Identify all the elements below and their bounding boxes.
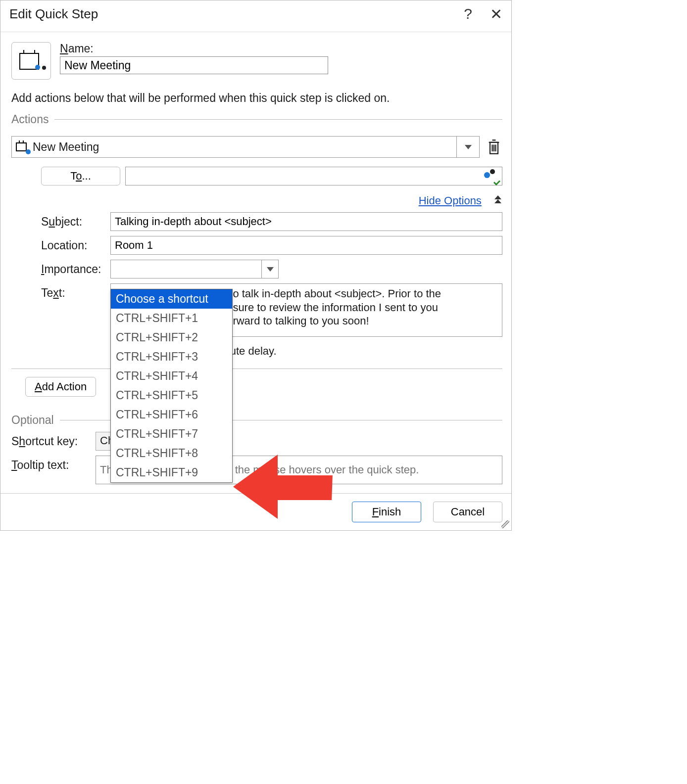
close-button[interactable]: ✕ xyxy=(490,5,502,23)
chevron-down-icon[interactable] xyxy=(456,137,479,157)
shortcut-option[interactable]: CTRL+SHIFT+3 xyxy=(111,347,232,367)
shortcut-option[interactable]: CTRL+SHIFT+7 xyxy=(111,424,232,444)
divider xyxy=(11,369,502,369)
location-label: Location: xyxy=(41,236,110,252)
importance-combo[interactable] xyxy=(110,260,279,278)
shortcut-option[interactable]: CTRL+SHIFT+8 xyxy=(111,444,232,463)
calendar-meeting-icon xyxy=(16,141,29,152)
add-action-button[interactable]: Add Action xyxy=(25,377,96,397)
edit-quick-step-dialog: Edit Quick Step ? ✕ Name: Add actions be… xyxy=(0,0,512,531)
location-input[interactable] xyxy=(110,236,502,255)
chevron-down-icon[interactable] xyxy=(261,260,278,278)
help-button[interactable]: ? xyxy=(464,5,472,23)
shortcut-option[interactable]: CTRL+SHIFT+4 xyxy=(111,367,232,386)
quickstep-icon-button[interactable] xyxy=(11,42,51,80)
shortcut-option[interactable]: CTRL+SHIFT+6 xyxy=(111,405,232,424)
to-input[interactable] xyxy=(125,167,502,185)
importance-value xyxy=(111,260,261,278)
shortcut-option[interactable]: CTRL+SHIFT+2 xyxy=(111,328,232,347)
action-type-value: New Meeting xyxy=(33,140,99,154)
address-book-icon[interactable] xyxy=(484,168,499,183)
text-label: Text: xyxy=(41,283,110,300)
tooltip-text-label: Tooltip text: xyxy=(11,456,96,472)
instruction-text: Add actions below that will be performed… xyxy=(11,92,502,105)
titlebar: Edit Quick Step ? ✕ xyxy=(0,0,511,32)
divider xyxy=(54,119,502,120)
trash-icon xyxy=(487,139,501,155)
shortcut-option[interactable]: CTRL+SHIFT+9 xyxy=(111,463,232,482)
to-button[interactable]: To... xyxy=(41,167,120,185)
shortcut-dropdown-popup[interactable]: Choose a shortcut CTRL+SHIFT+1 CTRL+SHIF… xyxy=(110,289,233,483)
calendar-meeting-icon xyxy=(19,51,43,71)
shortcut-option[interactable]: Choose a shortcut xyxy=(111,289,232,309)
name-label: Name: xyxy=(60,42,502,55)
dialog-content: Name: Add actions below that will be per… xyxy=(0,32,511,493)
chevron-double-up-icon[interactable] xyxy=(493,194,502,207)
subject-label: Subject: xyxy=(41,212,110,229)
shortcut-key-label: Shortcut key: xyxy=(11,432,96,448)
action-type-combo[interactable]: New Meeting xyxy=(11,136,480,158)
subject-input[interactable] xyxy=(110,212,502,231)
importance-label: Importance: xyxy=(41,260,110,276)
optional-header: Optional xyxy=(11,414,54,427)
shortcut-option[interactable]: CTRL+SHIFT+1 xyxy=(111,309,232,328)
delete-action-button[interactable] xyxy=(486,136,502,158)
annotation-arrow-icon xyxy=(233,455,332,519)
hide-options-link[interactable]: Hide Options xyxy=(419,194,482,207)
resize-grip[interactable] xyxy=(501,520,509,528)
actions-header: Actions xyxy=(11,113,49,126)
dialog-title: Edit Quick Step xyxy=(9,6,98,22)
name-input[interactable] xyxy=(60,56,328,74)
cancel-button[interactable]: Cancel xyxy=(433,502,502,522)
finish-button[interactable]: Finish xyxy=(352,502,421,522)
shortcut-option[interactable]: CTRL+SHIFT+5 xyxy=(111,386,232,405)
